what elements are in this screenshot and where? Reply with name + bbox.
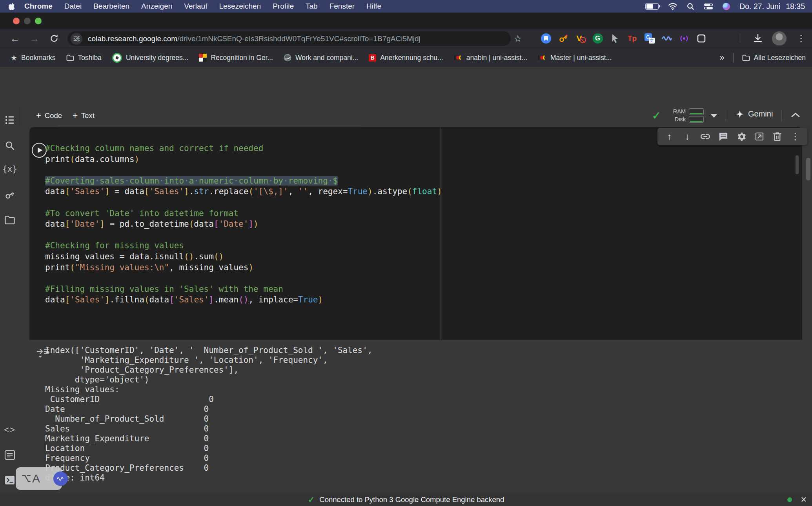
code-line[interactable]: #Coverting·sales·column·into·a·numeric·c… bbox=[45, 176, 442, 187]
resources-dropdown-icon[interactable] bbox=[711, 114, 717, 118]
code-line[interactable]: print(data.columns) bbox=[45, 154, 442, 165]
menubar-item-verlauf[interactable]: Verlauf bbox=[178, 2, 213, 11]
resources-button[interactable]: RAM Disk bbox=[669, 108, 704, 123]
code-line[interactable]: print("Missing values:\n", missing_value… bbox=[45, 262, 442, 273]
add-code-button[interactable]: + Code bbox=[36, 106, 62, 125]
move-cell-down-icon[interactable]: ↓ bbox=[682, 131, 694, 142]
files-folder-icon[interactable] bbox=[0, 215, 20, 225]
code-line[interactable] bbox=[45, 197, 442, 208]
menubar-item-bearbeiten[interactable]: Bearbeiten bbox=[87, 2, 135, 11]
cell-settings-gear-icon[interactable] bbox=[736, 131, 747, 142]
password-key-extension-icon[interactable] bbox=[558, 33, 568, 44]
menubar-item-fenster[interactable]: Fenster bbox=[324, 2, 360, 11]
link-cell-icon[interactable] bbox=[699, 131, 711, 142]
code-line[interactable]: missing_values = data.isnull().sum() bbox=[45, 251, 442, 262]
bookmark-star-icon[interactable]: ☆ bbox=[510, 29, 526, 47]
menubar-item-hilfe[interactable]: Hilfe bbox=[360, 2, 387, 11]
bookmark-item[interactable]: Recognition in Ger... bbox=[199, 54, 273, 62]
grammarly-extension-icon[interactable]: G bbox=[592, 33, 603, 44]
code-line[interactable]: data['Sales'].fillna(data['Sales'].mean(… bbox=[45, 295, 442, 306]
battery-icon[interactable] bbox=[645, 3, 659, 10]
code-line[interactable] bbox=[45, 230, 442, 241]
menubar-item-profile[interactable]: Profile bbox=[267, 2, 300, 11]
tp-extension-icon[interactable]: Tp bbox=[627, 33, 637, 44]
code-line[interactable]: #Checking column names and correct if ne… bbox=[45, 143, 442, 154]
menubar-status: Do. 27. Juni 18:35 bbox=[645, 0, 812, 13]
bookmark-item[interactable]: anabin | uni-assist... bbox=[454, 54, 527, 62]
siri-icon[interactable] bbox=[723, 3, 730, 10]
translate-extension-icon[interactable]: G文 bbox=[644, 33, 655, 44]
menubar-item-lesezeichen[interactable]: Lesezeichen bbox=[213, 2, 267, 11]
code-cell[interactable]: #Checking column names and correct if ne… bbox=[29, 127, 802, 340]
close-status-icon[interactable]: × bbox=[801, 494, 807, 505]
bookmark-item[interactable]: ★Bookmarks bbox=[11, 53, 56, 62]
connected-check-icon: ✓ bbox=[652, 109, 661, 122]
zoom-window-button[interactable] bbox=[35, 18, 42, 24]
code-line[interactable]: data['Sales'] = data['Sales'].str.replac… bbox=[45, 186, 442, 197]
close-window-button[interactable] bbox=[13, 18, 20, 24]
code-line[interactable]: #Filling missing values in 'Sales' with … bbox=[45, 284, 442, 295]
spotlight-search-icon[interactable] bbox=[687, 3, 694, 10]
assistant-bubble[interactable] bbox=[53, 471, 68, 486]
code-line[interactable]: #To convert 'Date' into datetime format bbox=[45, 208, 442, 219]
bookmark-item[interactable]: University degrees... bbox=[112, 53, 189, 63]
bookmark-item[interactable]: Toshiba bbox=[66, 54, 102, 62]
menubar-item-chrome[interactable]: Chrome bbox=[18, 2, 58, 11]
minimize-window-button[interactable] bbox=[24, 18, 31, 24]
url-host: colab.research.google.com bbox=[88, 35, 177, 43]
browser-menu-kebab-icon[interactable]: ⋮ bbox=[793, 29, 809, 47]
blocker-extension-icon[interactable]: V bbox=[575, 33, 586, 44]
add-text-button[interactable]: + Text bbox=[73, 106, 95, 125]
code-line[interactable]: #Checking for missing values bbox=[45, 240, 442, 251]
broadcast-extension-icon[interactable] bbox=[679, 33, 689, 44]
wifi-icon[interactable] bbox=[668, 3, 677, 10]
collapse-toolbar-icon[interactable] bbox=[790, 111, 801, 118]
bookmark-label: Bookmarks bbox=[21, 54, 56, 62]
bookmarks-overflow-icon[interactable]: » bbox=[719, 53, 724, 63]
toolbar-separator bbox=[740, 34, 740, 43]
page-scrollbar-thumb[interactable] bbox=[806, 158, 810, 180]
reload-button[interactable] bbox=[46, 29, 62, 47]
browser-profile-avatar[interactable] bbox=[772, 31, 787, 46]
bookmark-extension-icon[interactable] bbox=[541, 33, 551, 44]
cell-toolbar: ↑ ↓ ⋮ bbox=[657, 128, 807, 145]
cell-scrollbar-thumb[interactable] bbox=[796, 155, 799, 174]
delete-cell-icon[interactable] bbox=[771, 131, 783, 142]
gemini-button[interactable]: Gemini bbox=[736, 109, 773, 118]
bookmark-item[interactable]: Master | uni-assist... bbox=[538, 54, 612, 62]
downloads-button[interactable] bbox=[750, 29, 766, 47]
run-cell-button[interactable] bbox=[32, 143, 47, 158]
menubar-item-tab[interactable]: Tab bbox=[300, 2, 324, 11]
site-settings-icon[interactable] bbox=[71, 33, 82, 45]
clip-extension-icon[interactable] bbox=[696, 33, 706, 44]
cell-menu-kebab-icon[interactable]: ⋮ bbox=[789, 131, 801, 142]
code-line[interactable] bbox=[45, 273, 442, 284]
move-cell-up-icon[interactable]: ↑ bbox=[664, 131, 675, 142]
apple-menu-icon[interactable] bbox=[9, 2, 15, 10]
variables-icon[interactable]: {x} bbox=[0, 164, 20, 174]
mirror-cell-icon[interactable] bbox=[754, 131, 765, 142]
code-snippets-icon[interactable]: <> bbox=[0, 425, 20, 435]
code-line[interactable]: data['Date'] = pd.to_datetime(data['Date… bbox=[45, 219, 442, 230]
bookmark-item[interactable]: BAnerkennung schu... bbox=[369, 54, 443, 62]
forward-button[interactable]: → bbox=[27, 29, 42, 47]
cursor-extension-icon[interactable] bbox=[610, 33, 620, 44]
code-lines[interactable]: #Checking column names and correct if ne… bbox=[45, 143, 442, 306]
secrets-key-icon[interactable] bbox=[0, 190, 20, 200]
menubar-item-datei[interactable]: Datei bbox=[58, 2, 87, 11]
wave-extension-icon[interactable] bbox=[661, 33, 672, 44]
comment-cell-icon[interactable] bbox=[717, 131, 729, 142]
url-text[interactable]: colab.research.google.com/drive/1mNkG5En… bbox=[88, 35, 421, 43]
search-icon[interactable] bbox=[0, 140, 20, 151]
shortcut-overlay[interactable]: A bbox=[16, 467, 62, 490]
menubar-item-anzeigen[interactable]: Anzeigen bbox=[135, 2, 178, 11]
command-palette-icon[interactable] bbox=[0, 450, 20, 460]
all-bookmarks-button[interactable]: Alle Lesezeichen bbox=[742, 54, 806, 62]
code-line[interactable] bbox=[45, 165, 442, 176]
control-center-icon[interactable] bbox=[704, 3, 713, 10]
address-bar[interactable]: colab.research.google.com/drive/1mNkG5En… bbox=[67, 31, 511, 46]
bookmark-item[interactable]: Work and compani... bbox=[284, 54, 358, 62]
menubar-clock[interactable]: Do. 27. Juni 18:35 bbox=[739, 2, 805, 11]
table-of-contents-icon[interactable] bbox=[0, 115, 20, 125]
back-button[interactable]: ← bbox=[7, 29, 23, 47]
